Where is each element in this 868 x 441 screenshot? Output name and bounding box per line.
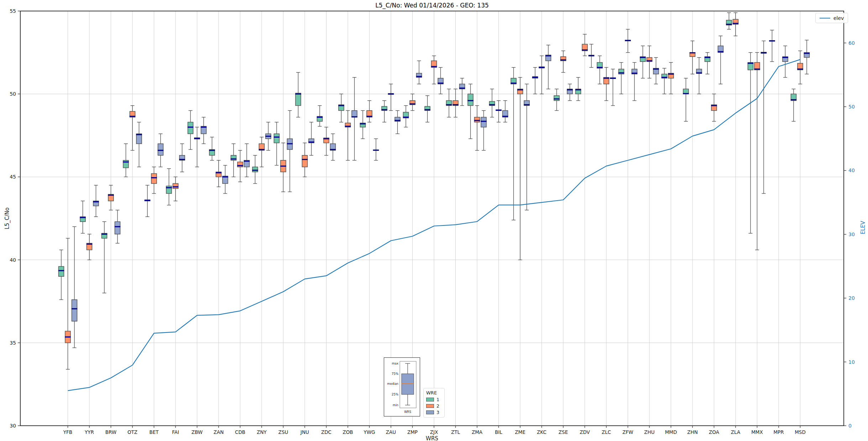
y-tick-label-right: 40 bbox=[848, 168, 855, 173]
x-tick-label: ZSE bbox=[559, 429, 568, 435]
x-tick-label: ZOA bbox=[709, 429, 720, 435]
legend-wre-entry-label: 2 bbox=[436, 403, 439, 409]
y-tick-label-right: 30 bbox=[848, 232, 855, 237]
inset-label: 75% bbox=[392, 372, 398, 376]
x-tick-label: BET bbox=[149, 429, 159, 435]
x-tick-label: ZMP bbox=[407, 429, 418, 435]
x-tick-label: ZLC bbox=[602, 429, 611, 435]
box-wre1 bbox=[59, 266, 64, 276]
x-tick-label: ZNY bbox=[257, 429, 267, 435]
axes-frame bbox=[20, 11, 844, 426]
y-axis-label-left: L5_C/No bbox=[4, 207, 10, 229]
x-tick-label: OTZ bbox=[127, 429, 137, 435]
legend-wre-entry-label: 3 bbox=[436, 410, 439, 415]
box-wre2 bbox=[237, 162, 243, 167]
x-tick-label: ZHN bbox=[687, 429, 698, 435]
x-tick-label: ZAN bbox=[214, 429, 224, 435]
x-tick-label: ZHU bbox=[644, 429, 654, 435]
y-tick-label-right: 50 bbox=[848, 104, 855, 110]
legend-wre-entry: 2 bbox=[426, 403, 442, 409]
box-wre1 bbox=[274, 134, 279, 143]
x-tick-label: ZME bbox=[515, 429, 525, 435]
inset-label: 25% bbox=[392, 393, 398, 396]
box-wre3 bbox=[72, 300, 77, 322]
x-tick-label: BRW bbox=[105, 429, 116, 435]
legend-wre-swatch-icon bbox=[426, 398, 434, 402]
x-tick-label: ZMA bbox=[472, 429, 483, 435]
inset-xlabel: WRS bbox=[404, 410, 411, 414]
x-tick-label: ZBW bbox=[192, 429, 203, 435]
x-tick-label: MSD bbox=[795, 429, 806, 435]
x-tick-label: ZOB bbox=[343, 429, 353, 435]
x-tick-label: ZLA bbox=[731, 429, 741, 435]
x-tick-label: MMD bbox=[665, 429, 677, 435]
inset-label: max bbox=[392, 362, 398, 365]
elev-line-sample-icon bbox=[820, 18, 830, 18]
x-tick-label: BIL bbox=[495, 429, 502, 435]
y-tick-label-left: 45 bbox=[10, 174, 16, 180]
y-tick-label-left: 40 bbox=[10, 257, 16, 263]
legend-elev-label: elev bbox=[833, 15, 844, 21]
box-wre3 bbox=[352, 111, 357, 117]
y-tick-label-right: 0 bbox=[848, 423, 852, 429]
y-tick-label-left: 50 bbox=[10, 91, 16, 97]
box-wre2 bbox=[151, 174, 157, 184]
x-tick-label: MPR bbox=[773, 429, 784, 435]
inset-mini-boxplot: max75%median25%minWRS bbox=[384, 358, 419, 416]
legend-wre-entries: 123 bbox=[426, 397, 442, 415]
box-wre1 bbox=[252, 167, 258, 172]
x-tick-label: FAI bbox=[172, 429, 179, 435]
x-tick-label: ZTL bbox=[451, 429, 460, 435]
x-tick-label: ZFW bbox=[622, 429, 633, 435]
x-tick-label: ZJX bbox=[430, 429, 438, 435]
box-wre3 bbox=[481, 117, 486, 127]
y-tick-label-right: 60 bbox=[848, 40, 855, 46]
x-tick-label: ZKC bbox=[537, 429, 547, 435]
y-axis-label-right: ELEV bbox=[860, 221, 866, 234]
boxplot-anatomy-inset: max75%median25%minWRS bbox=[384, 357, 420, 416]
x-tick-label: ZDV bbox=[580, 429, 590, 435]
legend-wre-entry-label: 1 bbox=[436, 397, 439, 402]
legend-wre-swatch-icon bbox=[426, 404, 434, 408]
box-wre2 bbox=[475, 117, 480, 122]
chart-title: L5_C/No: Wed 01/14/2026 - GEO: 135 bbox=[20, 2, 844, 9]
legend-wre-entry: 1 bbox=[426, 397, 442, 402]
box-wre1 bbox=[188, 122, 193, 134]
y-tick-label-left: 30 bbox=[10, 423, 16, 429]
x-tick-label: CDB bbox=[235, 429, 245, 435]
figure: 5550454035306050403020100YFBYYRBRWOTZBET… bbox=[0, 0, 868, 441]
legend-elev: elev bbox=[815, 13, 848, 23]
legend-wre-entry: 3 bbox=[426, 410, 442, 415]
inset-label: min bbox=[393, 403, 398, 407]
x-tick-label: ZAU bbox=[386, 429, 396, 435]
box-wre3 bbox=[136, 134, 142, 144]
x-tick-label: YYR bbox=[84, 429, 94, 435]
legend-wre-title: WRE bbox=[426, 390, 442, 395]
x-tick-label: JNU bbox=[300, 429, 309, 435]
x-tick-label: YFB bbox=[63, 429, 72, 435]
x-tick-label: ZDC bbox=[321, 429, 331, 435]
y-tick-label-left: 35 bbox=[10, 340, 16, 346]
legend-wre: WRE 123 bbox=[423, 388, 445, 418]
box-wre3 bbox=[115, 222, 120, 234]
y-tick-label-left: 55 bbox=[10, 8, 16, 14]
box-wre2 bbox=[173, 184, 178, 188]
x-axis-label: WRS bbox=[20, 435, 844, 441]
plot-canvas: 5550454035306050403020100YFBYYRBRWOTZBET… bbox=[0, 0, 868, 441]
x-tick-label: YWG bbox=[363, 429, 375, 435]
inset-label: median bbox=[387, 382, 398, 386]
x-tick-label: ZSU bbox=[278, 429, 288, 435]
y-tick-label-right: 20 bbox=[848, 295, 855, 301]
box-wre3 bbox=[158, 144, 163, 155]
box-wre2 bbox=[302, 155, 308, 167]
y-tick-label-right: 10 bbox=[848, 359, 855, 365]
box-wre1 bbox=[296, 93, 301, 106]
box-wre1 bbox=[554, 96, 559, 101]
box-wre1 bbox=[468, 94, 473, 106]
box-wre1 bbox=[231, 155, 236, 160]
legend-wre-swatch-icon bbox=[426, 410, 434, 414]
x-tick-label: MMX bbox=[751, 429, 763, 435]
